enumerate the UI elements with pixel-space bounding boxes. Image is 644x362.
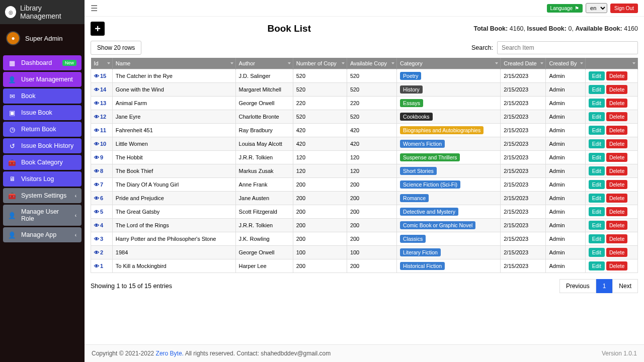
edit-button[interactable]: Edit: [589, 153, 605, 162]
row-author: Louisa May Alcott: [235, 137, 293, 151]
pager-page-1[interactable]: 1: [596, 279, 613, 293]
nav-item-system-settings[interactable]: 🧰System Settings‹: [3, 188, 82, 203]
language-button[interactable]: Language ⚑: [547, 4, 583, 13]
delete-button[interactable]: Delete: [606, 112, 627, 121]
row-id-link[interactable]: 👁11: [94, 127, 106, 133]
table-row: 👁4The Lord of the RingsJ.R.R. Tolkien200…: [91, 219, 638, 232]
row-id-link[interactable]: 👁13: [94, 100, 106, 106]
row-available: 200: [347, 219, 396, 232]
edit-button[interactable]: Edit: [589, 166, 605, 175]
delete-button[interactable]: Delete: [606, 180, 627, 189]
col-id[interactable]: Id: [91, 58, 113, 69]
delete-button[interactable]: Delete: [606, 153, 627, 162]
nav-item-manage-app[interactable]: 👤Manage App‹: [3, 227, 82, 242]
col-number-of-copy[interactable]: Number of Copy: [293, 58, 347, 69]
row-id-link[interactable]: 👁9: [94, 154, 103, 160]
row-date: 2/15/2023: [501, 151, 546, 164]
row-date: 2/15/2023: [501, 110, 546, 124]
row-id-link[interactable]: 👁2: [94, 249, 103, 255]
signout-button[interactable]: Sign Out: [610, 4, 638, 13]
hamburger-icon[interactable]: ☰: [91, 4, 98, 13]
table-row: 👁8The Book ThiefMarkus Zusak120120Short …: [91, 164, 638, 178]
nav-item-book-category[interactable]: 🧰Book Category: [3, 155, 82, 170]
edit-button[interactable]: Edit: [589, 126, 605, 135]
edit-button[interactable]: Edit: [589, 207, 605, 216]
edit-button[interactable]: Edit: [589, 234, 605, 243]
row-id-link[interactable]: 👁14: [94, 86, 106, 93]
nav-item-dashboard[interactable]: ▦DashboardNew: [3, 55, 82, 70]
row-available: 200: [347, 178, 396, 192]
col-created-date[interactable]: Created Date: [501, 58, 546, 69]
col-author[interactable]: Author: [235, 58, 293, 69]
showing-text: Showing 1 to 15 of 15 entries: [91, 283, 172, 290]
add-button[interactable]: +: [91, 22, 105, 36]
delete-button[interactable]: Delete: [606, 261, 627, 270]
row-id-link[interactable]: 👁8: [94, 168, 103, 174]
table-row: 👁10Little WomenLouisa May Alcott420420Wo…: [91, 137, 638, 151]
row-id-link[interactable]: 👁6: [94, 195, 103, 201]
nav-item-issue-book[interactable]: ▣Issue Book: [3, 105, 82, 120]
delete-button[interactable]: Delete: [606, 194, 627, 203]
show-rows-button[interactable]: Show 20 rows: [91, 41, 141, 55]
delete-button[interactable]: Delete: [606, 248, 627, 257]
delete-button[interactable]: Delete: [606, 85, 627, 94]
version-text: Version 1.0.1: [602, 350, 637, 357]
nav-item-return-book[interactable]: ◷Return Book: [3, 122, 82, 137]
edit-button[interactable]: Edit: [589, 99, 605, 108]
col-category[interactable]: Category: [397, 58, 501, 69]
row-author: Anne Frank: [235, 178, 293, 192]
category-badge: Classics: [400, 235, 426, 243]
row-author: J.K. Rowling: [235, 232, 293, 246]
row-id-link[interactable]: 👁15: [94, 73, 106, 79]
delete-button[interactable]: Delete: [606, 99, 627, 108]
edit-button[interactable]: Edit: [589, 194, 605, 203]
row-id-link[interactable]: 👁12: [94, 114, 106, 120]
edit-button[interactable]: Edit: [589, 221, 605, 230]
nav-label: Return Book: [21, 126, 56, 133]
col-available-copy[interactable]: Available Copy: [347, 58, 396, 69]
logo-icon: ◎: [5, 6, 16, 18]
col-name[interactable]: Name: [112, 58, 235, 69]
edit-button[interactable]: Edit: [589, 180, 605, 189]
row-available: 420: [347, 137, 396, 151]
pager-prev[interactable]: Previous: [559, 279, 596, 293]
row-name: Harry Potter and the Philosopher's Stone: [112, 232, 235, 246]
nav-item-issue-book-history[interactable]: ↺Issue Book History: [3, 138, 82, 153]
row-name: The Lord of the Rings: [112, 219, 235, 232]
col-created-by[interactable]: Created By: [546, 58, 585, 69]
search-input[interactable]: [497, 41, 638, 54]
table-row: 👁21984George Orwell100100Literary Fictio…: [91, 246, 638, 259]
nav-item-manage-user-role[interactable]: 👤Manage User Role‹: [3, 205, 82, 226]
nav-item-book[interactable]: ✉Book: [3, 88, 82, 104]
row-date: 2/15/2023: [501, 232, 546, 246]
nav-item-visitors-log[interactable]: 🖥Visitors Log: [3, 171, 82, 187]
eye-icon: 👁: [94, 250, 99, 255]
edit-button[interactable]: Edit: [589, 85, 605, 94]
nav-item-user-management[interactable]: 👤User Management: [3, 72, 82, 87]
category-badge: Romance: [400, 194, 429, 202]
row-available: 520: [347, 83, 396, 97]
delete-button[interactable]: Delete: [606, 139, 627, 148]
edit-button[interactable]: Edit: [589, 248, 605, 257]
eye-icon: 👁: [94, 209, 99, 215]
edit-button[interactable]: Edit: [589, 261, 605, 270]
delete-button[interactable]: Delete: [606, 71, 627, 80]
language-select[interactable]: en: [586, 3, 607, 13]
row-author: Jane Austen: [235, 192, 293, 205]
category-badge: Comic Book or Graphic Novel: [400, 221, 475, 229]
edit-button[interactable]: Edit: [589, 139, 605, 148]
delete-button[interactable]: Delete: [606, 234, 627, 243]
pager-next[interactable]: Next: [612, 279, 638, 293]
row-id-link[interactable]: 👁10: [94, 141, 106, 147]
edit-button[interactable]: Edit: [589, 112, 605, 121]
row-id-link[interactable]: 👁7: [94, 182, 103, 188]
row-id-link[interactable]: 👁1: [94, 263, 103, 269]
delete-button[interactable]: Delete: [606, 207, 627, 216]
row-id-link[interactable]: 👁3: [94, 236, 103, 242]
row-id-link[interactable]: 👁4: [94, 222, 103, 228]
edit-button[interactable]: Edit: [589, 71, 605, 80]
delete-button[interactable]: Delete: [606, 166, 627, 175]
delete-button[interactable]: Delete: [606, 221, 627, 230]
row-id-link[interactable]: 👁5: [94, 209, 103, 215]
delete-button[interactable]: Delete: [606, 126, 627, 135]
